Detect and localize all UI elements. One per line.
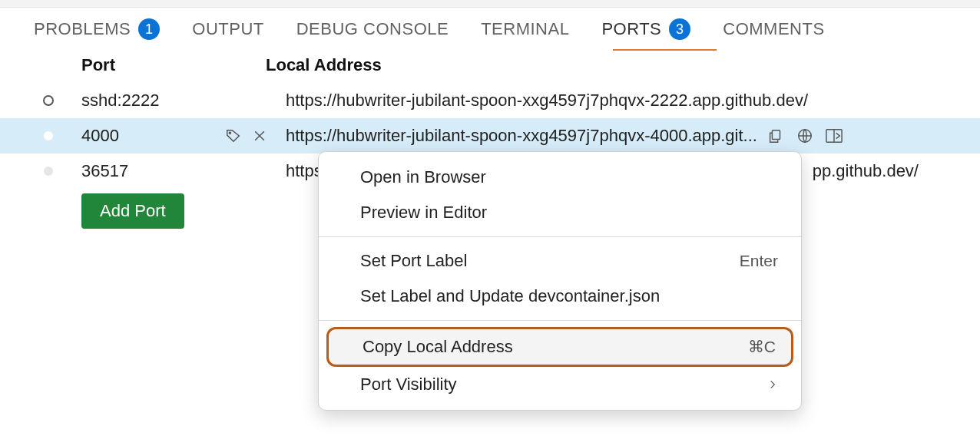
tab-output[interactable]: OUTPUT <box>192 19 263 39</box>
menu-item-label: Set Label and Update devcontainer.json <box>360 286 660 306</box>
tab-debug-console[interactable]: DEBUG CONSOLE <box>296 19 449 39</box>
address-row-actions <box>766 127 843 145</box>
port-label: 4000 <box>81 126 119 146</box>
menu-preview-in-editor[interactable]: Preview in Editor <box>319 195 801 230</box>
menu-item-label: Copy Local Address <box>363 337 513 357</box>
menu-set-port-label[interactable]: Set Port Label Enter <box>319 243 801 279</box>
chevron-right-icon <box>767 379 778 390</box>
context-menu: Open in Browser Preview in Editor Set Po… <box>318 151 802 411</box>
column-header-port: Port <box>81 55 266 75</box>
ports-table-header: Port Local Address <box>0 48 980 83</box>
close-icon[interactable] <box>250 127 269 145</box>
menu-set-label-devcontainer[interactable]: Set Label and Update devcontainer.json <box>319 279 801 314</box>
address-text-suffix: pp.github.dev/ <box>813 161 919 181</box>
port-cell: sshd:2222 <box>81 91 286 111</box>
tab-problems-badge: 1 <box>138 18 160 40</box>
menu-item-label: Port Visibility <box>360 375 457 394</box>
tab-comments-label: COMMENTS <box>723 19 824 39</box>
menu-copy-local-address[interactable]: Copy Local Address ⌘C <box>326 327 793 367</box>
menu-port-visibility[interactable]: Port Visibility <box>319 367 801 402</box>
port-cell: 36517 <box>81 161 286 181</box>
menu-item-shortcut: ⌘C <box>748 338 776 356</box>
globe-icon[interactable] <box>796 127 814 145</box>
tab-output-label: OUTPUT <box>192 19 263 39</box>
table-row[interactable]: sshd:2222 https://hubwriter-jubilant-spo… <box>0 83 980 118</box>
address-cell: https://hubwriter-jubilant-spoon-xxg4597… <box>286 126 980 146</box>
circle-filled-icon <box>44 167 53 176</box>
svg-point-0 <box>229 132 230 134</box>
port-indicator <box>35 131 61 140</box>
tag-icon[interactable] <box>224 127 243 145</box>
address-cell: https://hubwriter-jubilant-spoon-xxg4597… <box>286 91 980 111</box>
column-header-local-address: Local Address <box>266 55 382 75</box>
panel-tabs: PROBLEMS 1 OUTPUT DEBUG CONSOLE TERMINAL… <box>0 8 980 48</box>
address-text: https://hubwriter-jubilant-spoon-xxg4597… <box>286 126 757 146</box>
port-row-actions <box>224 127 286 145</box>
tab-ports-label: PORTS <box>601 19 661 39</box>
tab-ports[interactable]: PORTS 3 <box>601 18 690 40</box>
copy-icon[interactable] <box>766 127 785 145</box>
menu-separator <box>319 236 801 237</box>
circle-filled-icon <box>44 131 53 140</box>
svg-rect-1 <box>772 130 780 140</box>
tab-terminal[interactable]: TERMINAL <box>481 19 569 39</box>
circle-open-icon <box>43 95 54 106</box>
port-indicator <box>35 167 61 176</box>
tab-active-underline <box>613 49 717 51</box>
port-label: 36517 <box>81 161 128 181</box>
menu-open-in-browser[interactable]: Open in Browser <box>319 160 801 195</box>
port-cell: 4000 <box>81 126 286 146</box>
menu-item-shortcut: Enter <box>740 252 778 270</box>
menu-item-label: Preview in Editor <box>360 203 487 223</box>
tab-problems[interactable]: PROBLEMS 1 <box>34 18 160 40</box>
menu-item-label: Open in Browser <box>360 167 486 187</box>
split-preview-icon[interactable] <box>825 127 843 145</box>
add-port-button[interactable]: Add Port <box>81 193 184 229</box>
tab-comments[interactable]: COMMENTS <box>723 19 824 39</box>
address-text: https://hubwriter-jubilant-spoon-xxg4597… <box>286 91 808 111</box>
tab-debug-console-label: DEBUG CONSOLE <box>296 19 449 39</box>
tab-problems-label: PROBLEMS <box>34 19 131 39</box>
menu-item-label: Set Port Label <box>360 251 467 271</box>
port-label: sshd:2222 <box>81 91 160 111</box>
port-indicator <box>35 95 61 106</box>
table-row[interactable]: 4000 https://hubwriter-jubilant-spoon-xx… <box>0 118 980 153</box>
tab-terminal-label: TERMINAL <box>481 19 569 39</box>
panel-top-border <box>0 0 980 8</box>
tab-ports-badge: 3 <box>669 18 690 40</box>
menu-separator <box>319 320 801 321</box>
